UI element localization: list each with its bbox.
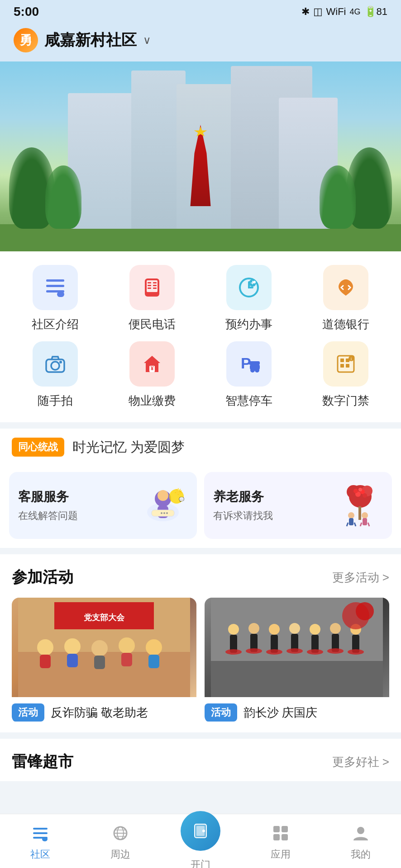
activities-section: 参加活动 更多活动 >: [0, 554, 401, 732]
phone-icon: [129, 265, 175, 310]
svg-point-54: [348, 512, 354, 519]
nav-mine[interactable]: 我的: [321, 821, 401, 861]
svg-rect-113: [273, 826, 280, 832]
svg-point-64: [37, 639, 53, 656]
nav-apps[interactable]: 应用: [241, 821, 321, 861]
feature-intro[interactable]: 社区介绍: [9, 265, 101, 332]
svg-rect-31: [346, 364, 349, 368]
activity-card-1[interactable]: 党支部大会 活动 反诈防骗 敬老助老: [12, 598, 196, 723]
svg-rect-69: [94, 656, 105, 669]
bank-icon: [323, 265, 368, 310]
svg-rect-116: [282, 834, 288, 840]
bottom-nav: 社区 周边 开门: [0, 814, 401, 868]
nav-community[interactable]: 社区: [0, 821, 80, 861]
svg-point-97: [327, 648, 344, 654]
svg-point-98: [348, 649, 364, 655]
fee-label: 物业缴费: [129, 393, 176, 409]
activity-grid: 党支部大会 活动 反诈防骗 敬老助老: [12, 598, 389, 723]
svg-rect-71: [121, 653, 132, 666]
eldercare-card[interactable]: 养老服务 有诉求请找我: [204, 472, 392, 539]
svg-rect-10: [153, 285, 157, 286]
svg-point-80: [248, 623, 259, 634]
svg-rect-73: [148, 655, 159, 668]
hero-banner[interactable]: [0, 61, 401, 251]
feature-appt[interactable]: 预约办事: [203, 265, 295, 332]
eldercare-img: [333, 483, 383, 528]
parking-label: 智慧停车: [225, 393, 272, 409]
svg-rect-0: [46, 279, 64, 282]
svg-rect-53: [358, 506, 361, 520]
svg-rect-115: [273, 834, 280, 840]
app-logo: 勇: [14, 28, 38, 52]
feature-bank[interactable]: 道德银行: [300, 265, 392, 332]
svg-rect-11: [153, 288, 157, 289]
activity-card-2[interactable]: 活动 韵长沙 庆国庆: [205, 598, 389, 723]
customer-service-card[interactable]: 客服服务 在线解答问题 🌟 💬: [9, 472, 197, 539]
svg-point-86: [310, 624, 320, 635]
svg-point-100: [356, 602, 374, 620]
svg-point-52: [363, 493, 367, 498]
svg-rect-6: [148, 282, 151, 283]
battery-icon: 🔋81: [364, 6, 387, 18]
svg-text:🌟: 🌟: [174, 488, 182, 495]
bluetooth-icon: ✱: [301, 6, 310, 18]
activity-name-2: 韵长沙 庆国庆: [243, 705, 317, 721]
svg-rect-3: [57, 292, 64, 297]
feature-gate[interactable]: i 数字门禁: [300, 341, 392, 409]
intro-icon: [33, 265, 78, 310]
status-time: 5:00: [14, 5, 39, 19]
svg-rect-59: [363, 518, 367, 525]
svg-text:¥: ¥: [151, 365, 154, 372]
shop-header: 雷锋超市 更多好社 >: [12, 751, 389, 772]
svg-point-51: [358, 488, 362, 491]
nav-nearby[interactable]: 周边: [80, 821, 160, 861]
customer-subtitle: 在线解答问题: [18, 509, 78, 523]
status-bar: 5:00 ✱ ◫ WiFi 4G 🔋81: [0, 0, 401, 24]
svg-point-93: [246, 648, 262, 654]
open-door-label: 开门: [191, 858, 210, 868]
svg-rect-9: [153, 282, 157, 283]
mine-nav-label: 我的: [351, 848, 371, 861]
shop-section: 雷锋超市 更多好社 >: [0, 739, 401, 781]
feature-fee[interactable]: ¥ 物业缴费: [106, 341, 198, 409]
svg-point-39: [161, 512, 162, 514]
shop-more[interactable]: 更多好社 >: [332, 754, 389, 770]
chevron-down-icon[interactable]: ∨: [143, 34, 151, 47]
4g-icon: 4G: [350, 7, 361, 17]
svg-line-57: [354, 523, 356, 526]
eldercare-title: 养老服务: [213, 488, 273, 505]
svg-point-40: [163, 512, 165, 514]
header: 勇 咸嘉新村社区 ∨: [0, 24, 401, 61]
appt-icon: [226, 265, 272, 310]
gate-icon: i: [323, 341, 368, 387]
svg-rect-30: [340, 364, 344, 368]
feature-photo[interactable]: 随手拍: [9, 341, 101, 409]
feature-parking[interactable]: P 智慧停车: [203, 341, 295, 409]
svg-point-72: [146, 639, 162, 656]
intro-label: 社区介绍: [32, 316, 79, 332]
svg-point-84: [289, 623, 300, 634]
svg-rect-55: [349, 518, 353, 525]
feature-phone[interactable]: 便民电话: [106, 265, 198, 332]
svg-point-66: [64, 638, 81, 655]
svg-point-19: [59, 361, 62, 363]
activities-more[interactable]: 更多活动 >: [332, 570, 389, 585]
svg-point-82: [269, 624, 280, 635]
community-name: 咸嘉新村社区: [44, 30, 137, 51]
promo-badge: 同心统战: [12, 438, 64, 457]
nav-open-door[interactable]: 开门: [160, 811, 240, 868]
promo-strip: 同心统战 时光记忆 为爱圆梦: [0, 429, 401, 466]
svg-point-58: [362, 512, 368, 519]
open-door-button[interactable]: [181, 811, 220, 851]
activity-name-1: 反诈防骗 敬老助老: [51, 705, 148, 721]
activity-img-2: [205, 598, 389, 697]
svg-line-61: [368, 523, 369, 526]
svg-point-92: [225, 649, 242, 655]
activities-header: 参加活动 更多活动 >: [12, 567, 389, 588]
svg-point-68: [91, 640, 108, 656]
apps-nav-label: 应用: [271, 848, 291, 861]
nearby-nav-label: 周边: [110, 848, 130, 861]
svg-rect-102: [33, 832, 48, 834]
mine-nav-icon: [349, 821, 372, 845]
svg-point-50: [353, 489, 358, 493]
